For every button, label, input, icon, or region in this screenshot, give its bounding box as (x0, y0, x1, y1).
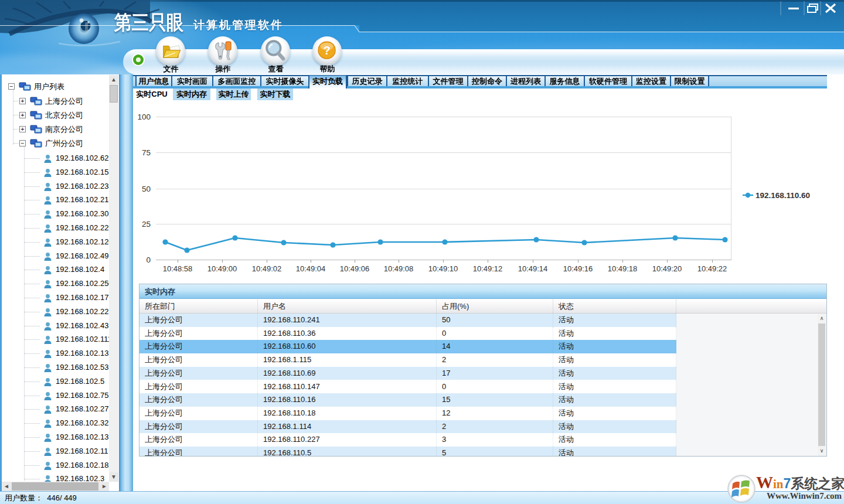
svg-text:25: 25 (142, 220, 151, 229)
svg-text:10:49:16: 10:49:16 (563, 264, 593, 273)
svg-text:75: 75 (142, 148, 151, 157)
svg-text:10:49:14: 10:49:14 (518, 264, 548, 273)
svg-text:10:49:08: 10:49:08 (384, 264, 414, 273)
svg-text:100: 100 (137, 113, 151, 121)
svg-text:10:49:06: 10:49:06 (340, 264, 370, 273)
svg-text:192.168.110.60: 192.168.110.60 (755, 191, 810, 200)
svg-text:10:49:02: 10:49:02 (252, 264, 282, 273)
svg-text:10:49:04: 10:49:04 (296, 264, 326, 273)
svg-text:?: ? (323, 44, 330, 57)
svg-text:50: 50 (142, 185, 151, 193)
svg-text:10:49:18: 10:49:18 (608, 264, 638, 273)
svg-text:0: 0 (146, 256, 151, 264)
svg-text:10:49:22: 10:49:22 (697, 264, 727, 273)
svg-text:10:49:20: 10:49:20 (652, 264, 682, 273)
svg-text:10:49:12: 10:49:12 (473, 264, 503, 273)
svg-text:10:48:58: 10:48:58 (163, 264, 193, 273)
svg-text:10:49:00: 10:49:00 (207, 264, 237, 273)
svg-text:10:49:10: 10:49:10 (428, 264, 458, 273)
